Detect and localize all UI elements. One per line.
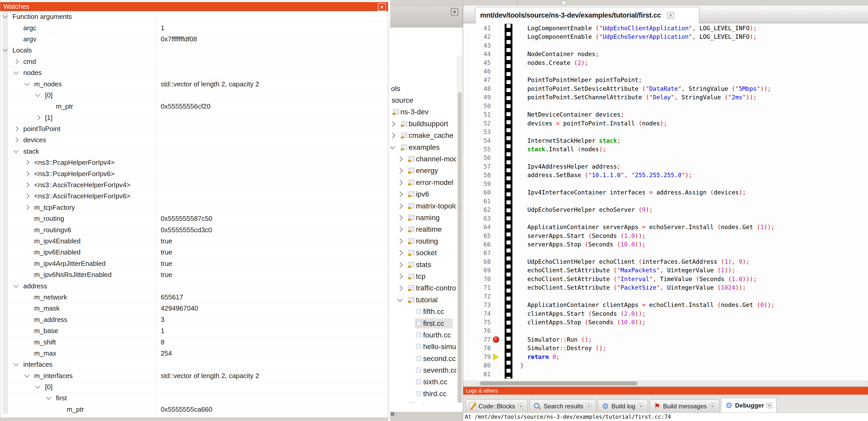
- tree-scrollbar[interactable]: [457, 55, 462, 403]
- chevron-right-icon[interactable]: [397, 180, 403, 185]
- chevron-right-icon[interactable]: [397, 238, 403, 244]
- chevron-right-icon[interactable]: [24, 171, 30, 176]
- chevron-down-icon[interactable]: [46, 395, 51, 400]
- watch-row[interactable]: m_nodesstd::vector of length 2, capacity…: [0, 78, 388, 90]
- watch-row[interactable]: m_routing0x555555587c50: [0, 213, 388, 224]
- watch-row[interactable]: m_address3: [0, 314, 388, 325]
- close-icon[interactable]: ×: [667, 12, 674, 19]
- watch-row[interactable]: m_ipv4ArpJitterEnabledtrue: [0, 258, 388, 269]
- chevron-right-icon[interactable]: [13, 59, 19, 64]
- watch-row[interactable]: Locals: [0, 45, 388, 56]
- line-number[interactable]: 73: [475, 301, 491, 308]
- tree-item-fifth-cc[interactable]: fifth.cc: [390, 306, 456, 317]
- tree-item-traffic-contro[interactable]: traffic-contro: [390, 282, 456, 294]
- close-icon[interactable]: ×: [378, 3, 386, 11]
- tree-item-socket[interactable]: socket: [390, 247, 456, 259]
- chevron-down-icon[interactable]: [390, 144, 395, 149]
- chevron-right-icon[interactable]: [35, 115, 40, 120]
- code-line-65[interactable]: 65 serverApps.Start (Seconds (1.0));: [463, 231, 868, 240]
- watch-row[interactable]: pointToPoint: [0, 123, 388, 134]
- tree-item-channel-mode[interactable]: channel-mode: [390, 153, 456, 165]
- breakpoint-icon[interactable]: [493, 336, 499, 343]
- watch-row[interactable]: [0]: [0, 382, 388, 393]
- code-line-56[interactable]: 56: [463, 154, 868, 162]
- line-number[interactable]: 75: [475, 319, 491, 326]
- chevron-down-icon[interactable]: [24, 81, 30, 86]
- tree-item-udp[interactable]: udp: [390, 400, 456, 403]
- line-number[interactable]: 79: [475, 354, 491, 360]
- chevron-down-icon[interactable]: [3, 47, 8, 52]
- code-line-76[interactable]: 76: [463, 327, 868, 335]
- tree-item-error-model[interactable]: error-model: [390, 176, 456, 188]
- watch-row[interactable]: [1]: [0, 112, 388, 123]
- tree-item-buildsupport[interactable]: buildsupport: [390, 118, 456, 130]
- tree-item-seventh-cc[interactable]: seventh.cc: [390, 364, 456, 376]
- code-line-42[interactable]: 42 LogComponentEnable ("UdpEchoServerApp…: [463, 32, 868, 41]
- chevron-down-icon[interactable]: [3, 13, 8, 19]
- watch-row[interactable]: address: [0, 280, 388, 291]
- code-line-45[interactable]: 45 nodes.Create (2);: [463, 59, 868, 67]
- line-number[interactable]: 72: [475, 293, 491, 300]
- chevron-right-icon[interactable]: [397, 250, 403, 256]
- tree-item-tutorial[interactable]: tutorial: [390, 294, 456, 306]
- code-line-62[interactable]: 62 UdpEchoServerHelper echoServer (9);: [463, 205, 868, 214]
- tree-item-naming[interactable]: naming: [390, 212, 456, 223]
- code-line-69[interactable]: 69 echoClient.SetAttribute ("MaxPackets"…: [463, 266, 868, 274]
- code-line-44[interactable]: 44 NodeContainer nodes;: [463, 50, 868, 58]
- code-line-60[interactable]: 60 Ipv4InterfaceContainer interfaces = a…: [463, 188, 868, 197]
- chevron-right-icon[interactable]: [397, 192, 403, 197]
- chevron-down-icon[interactable]: [13, 69, 19, 74]
- watches-titlebar[interactable]: Watches: [0, 2, 388, 11]
- watch-row[interactable]: first: [0, 393, 388, 404]
- tree-item-source[interactable]: source: [390, 94, 456, 106]
- tree-item-sixth-cc[interactable]: sixth.cc: [390, 376, 456, 388]
- editor-tab-first-cc[interactable]: mnt/dev/tools/source/ns-3-dev/examples/t…: [475, 7, 699, 23]
- line-number[interactable]: 46: [475, 68, 491, 75]
- watch-row[interactable]: <ns3::PcapHelperForIpv4>: [0, 157, 388, 168]
- code-line-68[interactable]: 68 UdpEchoClientHelper echoClient (inter…: [463, 257, 868, 266]
- line-number[interactable]: 70: [475, 276, 491, 282]
- watch-row[interactable]: m_max254: [0, 348, 388, 359]
- logs-tab-search-results[interactable]: Search results×: [529, 399, 596, 413]
- logs-tab-build-messages[interactable]: ⚑Build messages×: [650, 399, 720, 413]
- line-number[interactable]: 63: [475, 215, 491, 222]
- chevron-right-icon[interactable]: [397, 156, 403, 162]
- line-number[interactable]: 41: [475, 25, 491, 32]
- tree-item-ols[interactable]: ols: [390, 83, 456, 94]
- line-number[interactable]: 59: [475, 181, 491, 187]
- line-number[interactable]: 61: [475, 198, 491, 204]
- code-line-53[interactable]: 53: [463, 128, 868, 136]
- line-number[interactable]: 62: [475, 206, 491, 213]
- tree-scrollbar-thumb[interactable]: [458, 92, 462, 403]
- tree-item-energy[interactable]: energy: [390, 165, 456, 176]
- watch-row[interactable]: devices: [0, 134, 388, 145]
- code-line-73[interactable]: 73 ApplicationContainer clientApps = ech…: [463, 300, 868, 309]
- watch-row[interactable]: m_routingv60x5555555cd3c0: [0, 224, 388, 235]
- chevron-right-icon[interactable]: [397, 286, 403, 291]
- line-number[interactable]: 68: [475, 258, 491, 265]
- line-number[interactable]: 50: [475, 103, 491, 109]
- line-number[interactable]: 81: [475, 371, 491, 378]
- chevron-down-icon[interactable]: [397, 296, 403, 302]
- watch-row[interactable]: <ns3::AsciiTraceHelperForIpv4>: [0, 180, 388, 191]
- line-number[interactable]: 43: [475, 42, 491, 49]
- chevron-right-icon[interactable]: [397, 203, 403, 209]
- chevron-right-icon[interactable]: [397, 262, 403, 267]
- chevron-down-icon[interactable]: [13, 283, 19, 288]
- line-number[interactable]: 42: [475, 33, 491, 40]
- editor-hscrollbar-thumb[interactable]: [479, 382, 638, 385]
- line-number[interactable]: 56: [475, 154, 491, 161]
- chevron-right-icon[interactable]: [397, 273, 403, 279]
- tree-scroll-grip[interactable]: [391, 412, 394, 416]
- watch-row[interactable]: m_base1: [0, 325, 388, 336]
- code-line-61[interactable]: 61: [463, 197, 868, 205]
- watch-row[interactable]: stack: [0, 146, 388, 157]
- tree-item-matrix-topolo[interactable]: matrix-topolo: [390, 200, 456, 212]
- watch-row[interactable]: [0]: [0, 90, 388, 101]
- code-line-51[interactable]: 51 NetDeviceContainer devices;: [463, 110, 868, 119]
- code-line-70[interactable]: 70 echoClient.SetAttribute ("Interval", …: [463, 274, 868, 283]
- code-area[interactable]: 41 LogComponentEnable ("UdpEchoClientApp…: [463, 23, 868, 381]
- logs-tab-build-log[interactable]: ⚙Build log×: [597, 399, 648, 413]
- chevron-right-icon[interactable]: [24, 194, 30, 199]
- line-number[interactable]: 76: [475, 327, 491, 334]
